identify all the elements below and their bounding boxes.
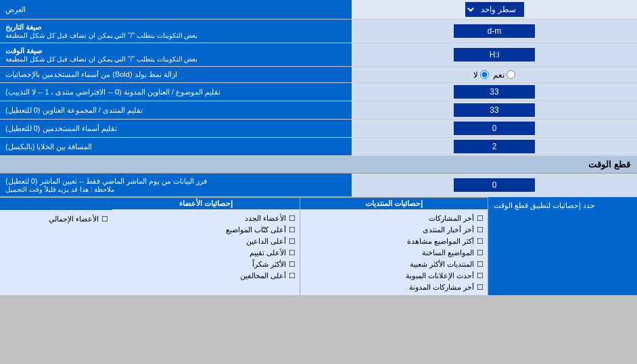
- checkbox-icon: ☐: [477, 249, 483, 257]
- stats-col1-item-4: المنتديات الأكثر شعبية: [410, 260, 474, 269]
- bold-input-cell: نعم لا: [352, 67, 637, 82]
- limit-label: حدد إحصائيات لتطبيق قطع الوقت: [488, 197, 637, 295]
- checkbox-icon: ☐: [477, 226, 483, 234]
- stats-col2-item-3: الأعلى تقييم: [250, 249, 286, 257]
- forum-group-input[interactable]: [454, 103, 535, 117]
- time-format-row: صيغة الوقت بعض التكوينات يتطلب "/" التي …: [0, 43, 637, 67]
- bold-radio-yes-input[interactable]: [506, 70, 515, 79]
- realtime-label-line2: ملاحظة : هذا قد يزيد قليلاً وقت التحميل: [5, 186, 114, 193]
- ard-label: العرض: [0, 0, 352, 19]
- stats-col3: ☐ الأعضاء الإجمالي: [0, 198, 112, 295]
- topics-titles-input[interactable]: [454, 85, 535, 99]
- cell-distance-input-cell: [352, 138, 637, 155]
- checkbox-icon: ☐: [289, 226, 296, 234]
- list-item: ☐ المواضيع الساخنة: [304, 247, 483, 259]
- stats-col1-item-3: المواضيع الساخنة: [422, 249, 474, 257]
- cell-distance-label: المسافة بين الخلايا (بالبكسل): [0, 138, 352, 155]
- stats-col1-item-0: أخر المشاركات: [429, 214, 474, 223]
- stats-col1-item-6: أخر مشاركات المدونة: [409, 283, 474, 292]
- bold-radio-no-input[interactable]: [480, 70, 489, 79]
- bold-radio-yes[interactable]: نعم: [493, 70, 515, 80]
- stats-col1-items: ☐ أخر المشاركات ☐ أخر أخبار المنتدى ☐ أك…: [300, 211, 488, 295]
- forum-group-label: تقليم المنتدى / المجموعة العناوين (0 للت…: [0, 101, 352, 119]
- date-format-label-line2: بعض التكوينات يتطلب "/" التي يمكن ان تضا…: [5, 32, 197, 39]
- stats-col2-header: إحصائيات الأعضاء: [112, 198, 300, 209]
- stats-col2-item-0: الأعضاء الجدد: [245, 214, 286, 223]
- topics-titles-input-cell: [352, 83, 637, 101]
- checkbox-icon: ☐: [477, 237, 483, 246]
- stats-col1-item-2: أكثر المواضيع مشاهدة: [407, 237, 474, 246]
- date-format-input[interactable]: [454, 24, 535, 38]
- checkbox-icon: ☐: [289, 249, 296, 257]
- forum-group-input-cell: [352, 101, 637, 119]
- date-format-input-cell: [352, 20, 637, 43]
- ard-input-cell: سطر واحد سطران ثلاثة أسطر: [352, 0, 637, 19]
- stats-col1-item-5: أحدث الإعلانات المبوبة: [406, 271, 474, 280]
- time-format-input[interactable]: [454, 48, 535, 61]
- list-item: ☐ أعلى كتّاب المواضيع: [116, 224, 296, 236]
- checkbox-icon: ☐: [477, 271, 483, 280]
- list-item: ☐ أعلى الداعين: [116, 236, 296, 247]
- list-item: ☐ أكثر المواضيع مشاهدة: [304, 236, 483, 247]
- time-format-label-line1: صيغة الوقت: [5, 47, 42, 55]
- list-item: ☐ المنتديات الأكثر شعبية: [304, 259, 483, 270]
- checkbox-icon: ☐: [289, 260, 296, 269]
- bold-row: نعم لا ازالة نمط بولد (Bold) من أسماء ال…: [0, 67, 637, 83]
- stats-col1-item-1: أخر أخبار المنتدى: [423, 226, 474, 234]
- realtime-label-line1: فرز البيانات من يوم الماشر الماضي فقط --…: [5, 177, 207, 186]
- stats-columns: إحصائيات المنتديات ☐ أخر المشاركات ☐ أخر…: [0, 197, 488, 295]
- realtime-input[interactable]: [454, 178, 535, 192]
- checkbox-icon: ☐: [101, 215, 108, 224]
- bold-radio-no-label: لا: [473, 70, 478, 80]
- list-item: ☐ أخر أخبار المنتدى: [304, 224, 483, 236]
- checkbox-icon: ☐: [289, 271, 296, 280]
- stats-col2-item-2: أعلى الداعين: [246, 237, 286, 246]
- checkbox-icon: ☐: [289, 214, 296, 223]
- bottom-section: حدد إحصائيات لتطبيق قطع الوقت إحصائيات ا…: [0, 197, 637, 295]
- stats-col2-item-1: أعلى كتّاب المواضيع: [226, 226, 286, 234]
- realtime-label: فرز البيانات من يوم الماشر الماضي فقط --…: [0, 174, 352, 197]
- bold-radio-yes-label: نعم: [493, 70, 504, 80]
- stats-col2-items: ☐ الأعضاء الجدد ☐ أعلى كتّاب المواضيع ☐ …: [112, 211, 300, 284]
- list-item: ☐ الأعلى تقييم: [116, 247, 296, 259]
- ard-row: سطر واحد سطران ثلاثة أسطر العرض: [0, 0, 637, 20]
- time-format-label: صيغة الوقت بعض التكوينات يتطلب "/" التي …: [0, 43, 352, 66]
- list-item: ☐ الأكثر شكراً: [116, 259, 296, 270]
- stats-col1: إحصائيات المنتديات ☐ أخر المشاركات ☐ أخر…: [300, 198, 488, 295]
- list-item: ☐ أحدث الإعلانات المبوبة: [304, 270, 483, 282]
- realtime-row: فرز البيانات من يوم الماشر الماضي فقط --…: [0, 174, 637, 197]
- stats-col3-items: ☐ الأعضاء الإجمالي: [0, 211, 112, 227]
- cell-distance-row: المسافة بين الخلايا (بالبكسل): [0, 138, 637, 156]
- topics-titles-label: تقليم الموضوع / العناوين المدونة (0 -- ا…: [0, 83, 352, 101]
- cell-distance-input[interactable]: [454, 140, 535, 153]
- checkbox-icon: ☐: [477, 283, 483, 292]
- main-container: سطر واحد سطران ثلاثة أسطر العرض صيغة الت…: [0, 0, 637, 295]
- bold-radio-no[interactable]: لا: [473, 70, 489, 80]
- checkbox-icon: ☐: [289, 237, 296, 246]
- date-format-label: صيغة التاريخ بعض التكوينات يتطلب "/" الت…: [0, 20, 352, 43]
- stats-col2-item-4: الأكثر شكراً: [252, 260, 286, 269]
- list-item: ☐ الأعضاء الإجمالي: [4, 213, 108, 225]
- list-item: ☐ أخر مشاركات المدونة: [304, 282, 483, 293]
- usernames-label: تقليم أسماء المستخدمين (0 للتعطيل): [0, 120, 352, 137]
- usernames-input[interactable]: [454, 122, 535, 135]
- topics-titles-row: تقليم الموضوع / العناوين المدونة (0 -- ا…: [0, 83, 637, 101]
- stats-col1-header: إحصائيات المنتديات: [300, 198, 488, 209]
- list-item: ☐ أعلى المخالفين: [116, 270, 296, 282]
- date-format-label-line1: صيغة التاريخ: [5, 23, 41, 32]
- realtime-input-cell: [352, 174, 637, 197]
- stats-col3-item-0: الأعضاء الإجمالي: [49, 215, 99, 224]
- list-item: ☐ أخر المشاركات: [304, 213, 483, 224]
- date-format-row: صيغة التاريخ بعض التكوينات يتطلب "/" الت…: [0, 20, 637, 43]
- list-item: ☐ الأعضاء الجدد: [116, 213, 296, 224]
- stats-col2: إحصائيات الأعضاء ☐ الأعضاء الجدد ☐ أعلى …: [112, 198, 300, 295]
- time-format-input-cell: [352, 43, 637, 66]
- realtime-section-header: قطع الوقت: [0, 156, 637, 174]
- bold-label: ازالة نمط بولد (Bold) من أسماء المستخدمي…: [0, 67, 352, 82]
- checkbox-icon: ☐: [477, 260, 483, 269]
- usernames-row: تقليم أسماء المستخدمين (0 للتعطيل): [0, 120, 637, 138]
- ard-select[interactable]: سطر واحد سطران ثلاثة أسطر: [465, 2, 524, 17]
- stats-col3-header: [0, 198, 112, 210]
- checkbox-icon: ☐: [477, 214, 483, 223]
- forum-group-row: تقليم المنتدى / المجموعة العناوين (0 للت…: [0, 101, 637, 120]
